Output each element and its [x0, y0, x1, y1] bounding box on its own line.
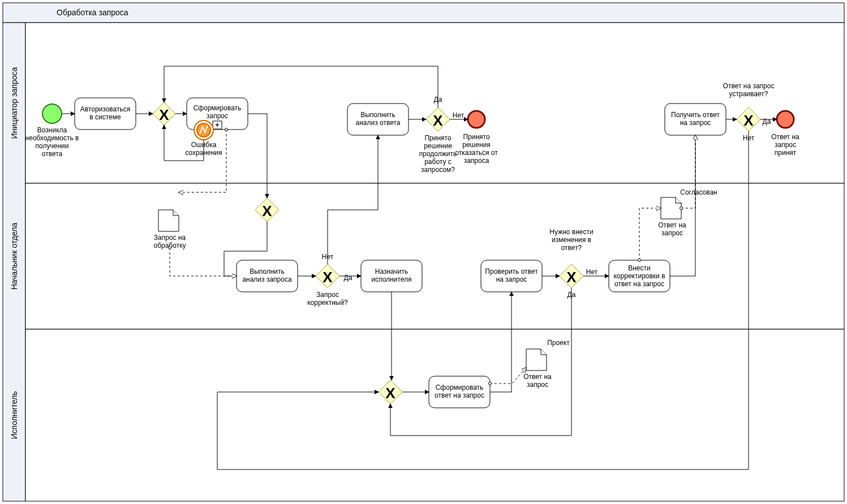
svg-text:Авторизоваться: Авторизоваться — [80, 105, 130, 113]
svg-text:X: X — [262, 203, 272, 219]
svg-text:решение: решение — [424, 142, 452, 150]
svg-text:запрос: запрос — [207, 112, 228, 120]
svg-text:Нет: Нет — [586, 268, 598, 276]
lane-performer — [25, 329, 844, 501]
svg-text:корректировки в: корректировки в — [613, 272, 665, 280]
svg-text:Да: Да — [344, 274, 352, 282]
svg-text:Да: Да — [763, 118, 771, 126]
svg-text:ответ на запрос: ответ на запрос — [614, 280, 664, 288]
svg-text:Принято: Принято — [424, 134, 451, 142]
svg-text:X: X — [566, 269, 577, 286]
data-object-draft — [526, 349, 547, 371]
svg-text:Проверить ответ: Проверить ответ — [485, 268, 538, 275]
pool-title: Обработка запроса — [57, 8, 128, 17]
svg-text:запрос: запрос — [661, 229, 683, 237]
svg-text:анализ запроса: анализ запроса — [242, 275, 292, 283]
svg-text:отказаться от: отказаться от — [455, 149, 498, 157]
svg-text:запрос: запрос — [775, 141, 796, 149]
lane-performer-title: Исполнитель — [10, 391, 19, 440]
svg-text:Нет: Нет — [453, 111, 465, 119]
svg-text:Ответ на: Ответ на — [771, 133, 799, 141]
svg-text:+: + — [215, 121, 219, 129]
svg-text:Выполнить: Выполнить — [360, 111, 395, 119]
svg-text:анализ ответа: анализ ответа — [356, 119, 401, 127]
svg-text:Внести: Внести — [628, 264, 651, 272]
svg-text:ответ на запрос: ответ на запрос — [435, 391, 484, 399]
svg-text:Запрос: Запрос — [316, 291, 339, 299]
svg-text:запрос: запрос — [527, 381, 548, 389]
svg-text:Назначить: Назначить — [375, 268, 408, 275]
svg-text:решения: решения — [462, 141, 490, 149]
svg-text:продолжить: продолжить — [419, 150, 457, 158]
svg-text:устраивает?: устраивает? — [729, 90, 768, 98]
svg-text:Нужно внести: Нужно внести — [549, 228, 593, 236]
svg-text:X: X — [323, 269, 333, 286]
svg-text:X: X — [159, 106, 169, 123]
start-event-label-l3: получении — [36, 142, 69, 150]
svg-text:X: X — [743, 112, 754, 129]
error-boundary-event — [194, 120, 213, 140]
start-event-label-l1: Возникла — [37, 126, 67, 134]
svg-text:Проект: Проект — [547, 339, 570, 347]
svg-text:Ответ на запрос: Ответ на запрос — [723, 82, 775, 90]
svg-text:Выполнить: Выполнить — [250, 268, 285, 275]
svg-text:изменения в: изменения в — [552, 236, 591, 244]
svg-text:Принято: Принято — [463, 133, 489, 141]
pool-header — [3, 3, 844, 23]
svg-text:Сформировать: Сформировать — [194, 104, 242, 112]
svg-text:Запрос на: Запрос на — [154, 234, 186, 242]
svg-text:на запрос: на запрос — [496, 275, 527, 283]
svg-text:запросом?: запросом? — [421, 166, 455, 174]
data-object-approved — [661, 197, 681, 219]
end-event-refuse — [468, 111, 485, 128]
data-object-request — [158, 210, 179, 231]
svg-text:X: X — [385, 385, 395, 402]
svg-text:работу с: работу с — [424, 158, 452, 166]
lane-head-title: Начальник отдела — [10, 223, 19, 290]
svg-text:X: X — [433, 112, 443, 129]
svg-text:принят: принят — [775, 149, 797, 157]
start-event-label-l4: ответа — [42, 150, 63, 158]
svg-text:Получить ответ: Получить ответ — [671, 111, 720, 119]
start-event-label-l2: необходимость в — [25, 134, 79, 142]
svg-text:на запрос: на запрос — [680, 119, 711, 127]
svg-text:корректный?: корректный? — [307, 299, 348, 307]
end-event-accepted — [777, 111, 794, 128]
start-event — [42, 104, 62, 123]
svg-text:Согласован: Согласован — [680, 188, 717, 196]
svg-text:исполнителя: исполнителя — [371, 275, 411, 283]
svg-text:Сформировать: Сформировать — [436, 384, 484, 391]
bpmn-diagram: Обработка запроса Инициатор запроса Нача… — [0, 0, 847, 504]
svg-text:ответ?: ответ? — [561, 244, 582, 252]
svg-text:в системе: в системе — [89, 113, 121, 121]
svg-text:Ответ на: Ответ на — [658, 221, 686, 229]
svg-text:запроса: запроса — [464, 157, 489, 165]
lane-initiator-title: Инициатор запроса — [10, 67, 19, 139]
lane-head — [25, 183, 844, 329]
svg-text:Ответ на: Ответ на — [523, 373, 552, 381]
